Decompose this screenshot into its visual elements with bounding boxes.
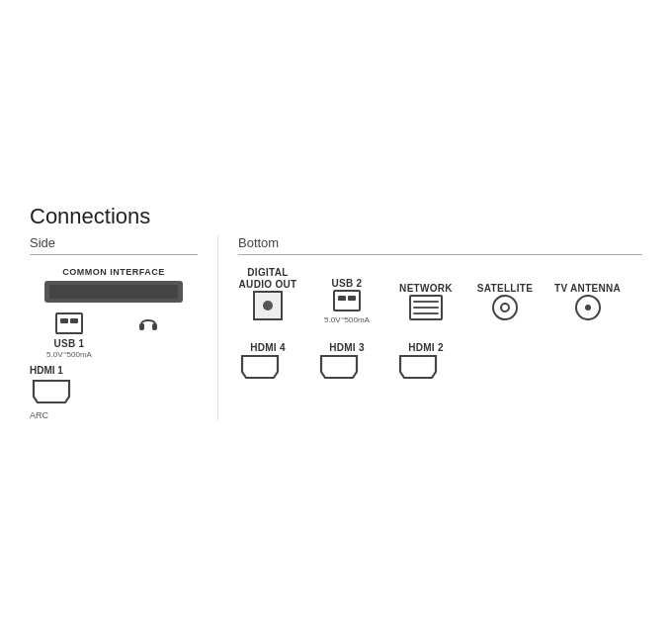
- usb2-port-item: USB 2 5.0V⁼500mA: [317, 278, 377, 324]
- hdmi2-label: HDMI 2: [396, 342, 456, 354]
- network-line-3: [413, 312, 439, 314]
- hdmi3-port-item: HDMI 3: [317, 342, 377, 386]
- satellite-port-item: SATELLITE: [475, 283, 535, 324]
- usb1-label: USB 1: [30, 338, 109, 350]
- hdmi2-port-item: HDMI 2: [396, 342, 456, 386]
- hdmi4-port-item: HDMI 4: [238, 342, 297, 386]
- hdmi2-icon: [396, 354, 440, 382]
- hdmi3-icon-wrapper: [317, 354, 377, 382]
- satellite-inner-circle: [500, 303, 510, 312]
- network-icon-wrapper: [396, 295, 456, 320]
- hdmi4-icon: [238, 354, 282, 382]
- usb1-icon: [55, 312, 83, 334]
- usb1-port-item: USB 1 5.0V⁼500mA: [30, 312, 109, 359]
- usb2-sublabel: 5.0V⁼500mA: [317, 315, 377, 324]
- hdmi3-icon: [317, 354, 361, 382]
- network-label: NETWORK: [396, 283, 456, 295]
- hdmi1-icon-wrapper: [30, 379, 198, 406]
- satellite-icon: [492, 295, 518, 320]
- optical-icon-wrapper: [238, 291, 297, 320]
- antenna-icon-wrapper: [554, 295, 621, 320]
- content-box: Connections Side COMMON INTERFACE USB 1: [20, 184, 652, 440]
- tv-antenna-port-item: TV ANTENNA: [554, 283, 621, 324]
- network-line-2: [413, 307, 439, 309]
- side-usb-headphone-row: USB 1 5.0V⁼500mA: [30, 312, 198, 359]
- optical-icon: [253, 291, 283, 320]
- network-port-item: NETWORK: [396, 283, 456, 324]
- headphone-icon-wrapper: [109, 312, 188, 334]
- ci-slot-icon: [44, 281, 183, 303]
- hdmi2-icon-wrapper: [396, 354, 456, 382]
- svg-rect-1: [152, 323, 157, 330]
- hdmi1-arc-label: ARC: [30, 410, 198, 420]
- usb2-icon: [333, 290, 361, 312]
- bottom-column: Bottom DIGITALAUDIO OUT USB 2: [217, 235, 642, 420]
- hdmi1-block: HDMI 1 ARC: [30, 365, 198, 420]
- hdmi4-label: HDMI 4: [238, 342, 297, 354]
- hdmi1-label: HDMI 1: [30, 365, 198, 376]
- common-interface-label: COMMON INTERFACE: [30, 267, 198, 277]
- common-interface-block: COMMON INTERFACE: [30, 267, 198, 303]
- usb2-icon-wrapper: [317, 290, 377, 312]
- hdmi3-label: HDMI 3: [317, 342, 377, 354]
- antenna-inner-dot: [585, 305, 591, 311]
- svg-rect-0: [139, 323, 144, 330]
- digital-audio-label: DIGITALAUDIO OUT: [238, 267, 297, 291]
- columns-wrapper: Side COMMON INTERFACE USB 1 5.0V⁼500mA: [30, 235, 642, 420]
- side-column: Side COMMON INTERFACE USB 1 5.0V⁼500mA: [30, 235, 217, 420]
- page-title: Connections: [30, 204, 642, 229]
- satellite-label: SATELLITE: [475, 283, 535, 295]
- side-col-header: Side: [30, 235, 198, 255]
- hdmi4-icon-wrapper: [238, 354, 297, 382]
- tv-antenna-label: TV ANTENNA: [554, 283, 621, 295]
- headphone-port-item: [109, 312, 188, 338]
- network-icon: [409, 295, 443, 320]
- usb1-icon-wrapper: [30, 312, 109, 334]
- network-line-1: [413, 301, 439, 303]
- page-wrapper: Connections Side COMMON INTERFACE USB 1: [0, 0, 672, 623]
- hdmi1-icon: [30, 379, 73, 406]
- bottom-row-2: HDMI 4 HDMI 3: [238, 342, 642, 386]
- digital-audio-out-item: DIGITALAUDIO OUT: [238, 267, 297, 324]
- usb2-label: USB 2: [317, 278, 377, 290]
- bottom-row-1: DIGITALAUDIO OUT USB 2 5.0V⁼500mA: [238, 267, 642, 324]
- bottom-col-header: Bottom: [238, 235, 642, 255]
- antenna-icon: [575, 295, 601, 320]
- headphone-icon: [137, 312, 159, 334]
- usb1-sublabel: 5.0V⁼500mA: [30, 350, 109, 359]
- satellite-icon-wrapper: [475, 295, 535, 320]
